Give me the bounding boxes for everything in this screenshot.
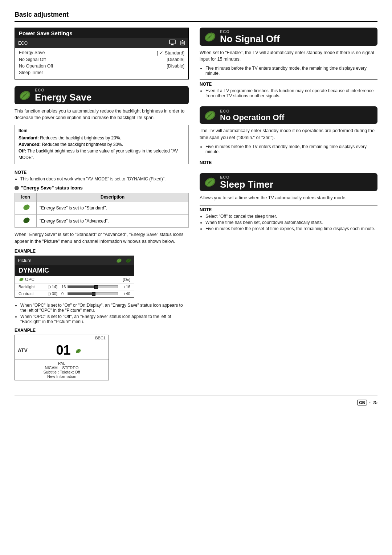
no-signal-note-line-0: Even if a TV programme finishes, this fu… [205,88,377,98]
energy-save-bullet2: When "OPC" is set to "Off", an "Energy S… [20,314,189,324]
ch-details: PAL NICAM STEREO Subtitle : Teletext Off… [15,360,109,380]
pm-opc-value: [On] [123,277,130,282]
pm-backlight-fill [68,286,95,288]
no-operation-banner: ECO No Operation Off [200,106,377,124]
ps-energy-label: Energy Save [19,50,45,56]
pm-dynamic: DYNAMIC [15,265,134,276]
no-operation-body: The TV will automatically enter standby … [200,127,377,141]
pm-contrast-mid: 0 [59,291,66,296]
energy-save-banner: ECO Energy Save [15,86,189,104]
svg-rect-2 [171,45,174,45]
energy-save-note: NOTE This function does not work when "A… [15,168,189,181]
picture-menu-mockup: Picture DYNAMIC [15,256,134,298]
no-signal-section: ECO No Signal Off When set to "Enable", … [200,28,377,98]
sleep-timer-title: Sleep Timer [220,179,273,190]
svg-point-22 [19,277,24,282]
desc-cell-advanced: "Energy Save" is set to "Advanced". [37,215,189,228]
pm-header: Picture [15,256,134,265]
energy-save-item-box: Item Standard: Reduces the backlight bri… [15,125,189,164]
icon-cell-advanced [15,215,37,228]
ch-atv: ATV [18,347,28,353]
item-off: Off: The backlight brightness is the sam… [19,148,185,161]
no-operation-bullet: Five minutes before the TV enters standb… [205,144,377,154]
channel-box: BBC1 ATV 01 PAL NICAM STEREO [15,335,109,380]
status-icons-subtitle: "Energy Save" status icons [15,185,189,191]
ps-menu-bar: ECO [15,38,188,48]
energy-save-leaf-icon [17,89,31,102]
energy-save-bullet1: When "OPC" is set to "On" or "On:Display… [20,303,189,313]
pm-contrast-val1: [+30] [44,291,57,296]
sleep-timer-banner: ECO Sleep Timer [200,173,377,191]
pm-contrast-row: Contrast [+30] 0 +40 [15,290,134,297]
pm-backlight-thumb [94,285,98,289]
ps-rows: Energy Save [ ✓ Standard] No Signal Off … [15,48,188,79]
no-signal-banner: ECO No Signal Off [200,28,377,46]
power-save-box: Power Save Settings ECO [15,28,189,79]
example2-label: EXAMPLE [15,328,189,333]
pm-backlight-row: Backlight [+14] −16 +16 [15,283,134,290]
ch-num: 01 [31,343,106,358]
gb-badge: GB [357,400,367,405]
ch-new-info: New Information [15,374,109,379]
trash-icon [180,40,185,46]
pm-backlight-val1: [+14] [44,285,57,289]
page-title: Basic adjustment [15,11,377,22]
no-operation-eco-label: ECO [220,109,284,113]
no-signal-leaf-icon [203,30,216,44]
pm-contrast-fill [68,293,93,295]
no-signal-bullet: Five minutes before the TV enters standb… [205,66,377,76]
footer-dash: - [369,400,371,405]
sleep-timer-body: Allows you to set a time when the TV aut… [200,195,377,201]
ch-header: BBC1 [15,335,109,341]
ps-row-energy: Energy Save [ ✓ Standard] [19,49,184,56]
ps-sleep-label: Sleep Timer [19,70,43,75]
ps-nooperation-value: [Disable] [167,64,184,69]
ch-channel-name: BBC1 [95,336,106,340]
svg-rect-0 [170,40,175,44]
example1-label: EXAMPLE [15,249,189,254]
no-signal-note-title: NOTE [200,82,377,87]
energy-save-section: ECO Energy Save This function enables yo… [15,86,189,380]
page-footer: GB - 25 [15,396,377,405]
ch-eco-icon [74,348,81,354]
no-operation-title: No Operation Off [220,113,284,122]
monitor-icon [169,40,176,46]
sleep-timer-note: NOTE Select "Off" to cancel the sleep ti… [200,205,377,231]
no-operation-leaf-icon [203,109,216,122]
pm-icon2 [124,257,131,264]
pm-contrast-label: Contrast [19,291,42,296]
no-operation-note-title: NOTE [200,160,377,165]
footer-page: 25 [373,400,377,405]
ps-nosignal-label: No Signal Off [19,57,46,62]
sleep-timer-note-line-1: When the time has been set, countdown au… [205,220,377,225]
energy-save-note-title: NOTE [15,170,189,175]
desc-cell-standard: "Energy Save" is set to "Standard". [37,201,189,215]
pm-opc-label: OPC [19,277,34,282]
ch-main-row: ATV 01 [15,341,109,360]
item-title: Item [19,128,185,133]
ps-nooperation-label: No Operation Off [19,64,53,69]
pm-contrast-track [68,292,118,295]
icon-cell-standard [15,201,37,215]
table-header-desc: Description [37,193,189,201]
ch-subtitle: Subtitle : Teletext Off [15,370,109,374]
no-signal-note: NOTE Even if a TV programme finishes, th… [200,79,377,98]
power-save-title: Power Save Settings [15,28,188,38]
sleep-timer-eco-label: ECO [220,175,273,179]
pm-backlight-val2: +16 [119,285,130,289]
pm-opc-row: OPC [On] [15,276,134,283]
sleep-timer-leaf-icon [203,175,216,189]
energy-save-title: Energy Save [35,92,91,103]
ch-nicam-stereo: NICAM STEREO [15,366,109,370]
status-icons-label: "Energy Save" status icons [21,185,83,191]
ps-row-sleep: Sleep Timer [19,69,184,76]
no-operation-note: NOTE [200,158,377,165]
svg-rect-1 [171,44,173,45]
pm-icon1 [115,257,122,264]
circle-bullet-icon [15,186,19,190]
sleep-timer-note-line-2: Five minutes before the preset of time e… [205,226,377,231]
ps-row-nooperation: No Operation Off [Disable] [19,63,184,69]
pm-contrast-val2: +40 [119,291,130,296]
sleep-timer-note-title: NOTE [200,207,377,212]
pm-opc-icon [19,277,24,282]
